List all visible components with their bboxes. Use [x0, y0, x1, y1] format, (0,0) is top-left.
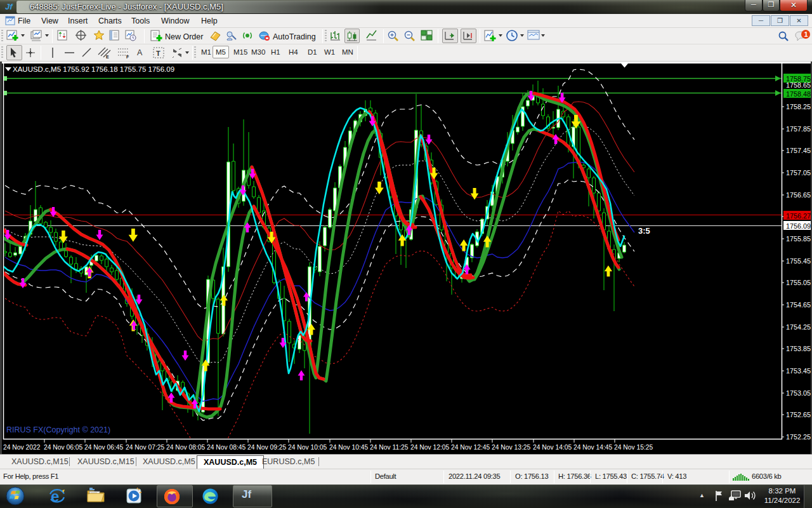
- svg-text:1755.45: 1755.45: [786, 257, 811, 265]
- svg-text:24 Nov 06:45: 24 Nov 06:45: [84, 444, 124, 451]
- svg-text:3:5: 3:5: [638, 226, 650, 236]
- svg-text:24 Nov 14:05: 24 Nov 14:05: [533, 444, 572, 451]
- svg-text:1: 1: [804, 30, 808, 38]
- svg-text:24 Nov 14:45: 24 Nov 14:45: [573, 444, 613, 451]
- svg-text:1754.25: 1754.25: [786, 323, 811, 331]
- svg-text:24 Nov 08:45: 24 Nov 08:45: [207, 444, 246, 451]
- svg-text:1756.65: 1756.65: [786, 191, 811, 199]
- svg-text:24 Nov 06:05: 24 Nov 06:05: [44, 444, 83, 451]
- svg-text:24 Nov 10:05: 24 Nov 10:05: [288, 444, 327, 451]
- svg-text:1754.65: 1754.65: [786, 301, 811, 309]
- svg-text:24 Nov 12:05: 24 Nov 12:05: [410, 444, 450, 451]
- svg-text:1753.85: 1753.85: [786, 345, 811, 352]
- svg-text:1752.25: 1752.25: [786, 433, 811, 441]
- svg-text:1757.85: 1757.85: [786, 125, 811, 133]
- svg-text:XAUUSD.c,M5 1755.92 1756.18 1: XAUUSD.c,M5 1755.92 1756.18 1755.75 1756…: [13, 65, 174, 73]
- svg-text:RIRUS FX(Copyright © 2021): RIRUS FX(Copyright © 2021): [6, 425, 110, 434]
- svg-text:1755.85: 1755.85: [786, 235, 811, 243]
- svg-text:24 Nov 07:25: 24 Nov 07:25: [126, 444, 165, 451]
- svg-text:24 Nov 09:25: 24 Nov 09:25: [247, 444, 287, 451]
- svg-text:24 Nov 11:25: 24 Nov 11:25: [370, 444, 409, 451]
- svg-text:1758.75: 1758.75: [786, 75, 811, 83]
- svg-text:1758.25: 1758.25: [786, 103, 811, 110]
- svg-text:1753.45: 1753.45: [786, 367, 811, 375]
- svg-text:1757.05: 1757.05: [786, 169, 811, 177]
- svg-text:1753.05: 1753.05: [786, 389, 811, 397]
- svg-text:T: T: [156, 50, 160, 57]
- svg-text:24 Nov 13:25: 24 Nov 13:25: [492, 444, 531, 451]
- svg-text:1756.27: 1756.27: [786, 212, 811, 220]
- svg-text:24 Nov 08:05: 24 Nov 08:05: [166, 444, 206, 451]
- svg-text:1752.65: 1752.65: [786, 411, 811, 418]
- svg-text:24 Nov 2022: 24 Nov 2022: [3, 444, 41, 451]
- svg-text:24 Nov 15:25: 24 Nov 15:25: [614, 444, 653, 451]
- svg-text:1758.48: 1758.48: [786, 90, 811, 98]
- svg-text:E: E: [106, 55, 109, 59]
- svg-text:1756.09: 1756.09: [786, 222, 811, 230]
- svg-text:24 Nov 12:45: 24 Nov 12:45: [451, 444, 490, 451]
- svg-text:1757.45: 1757.45: [786, 147, 811, 154]
- svg-text:1755.05: 1755.05: [786, 279, 811, 286]
- svg-text:F: F: [126, 55, 129, 59]
- svg-text:24 Nov 10:45: 24 Nov 10:45: [329, 444, 369, 451]
